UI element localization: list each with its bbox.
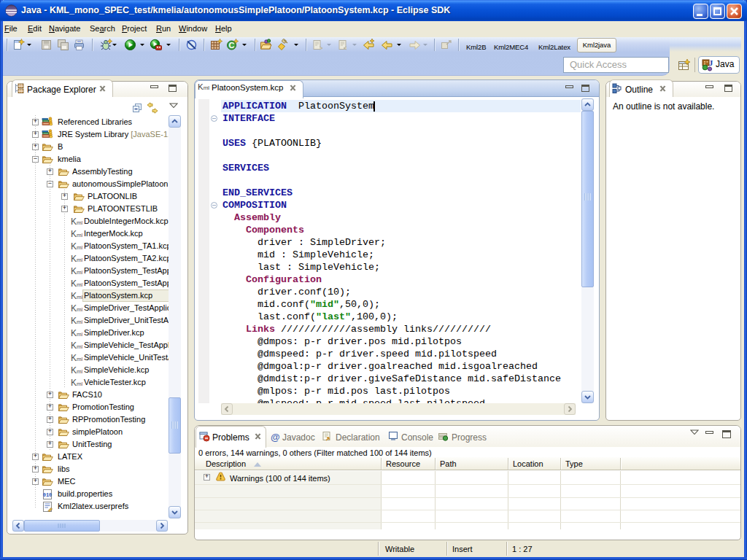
svg-text:Kml: Kml bbox=[71, 266, 82, 276]
svg-text:J: J bbox=[709, 58, 713, 67]
svg-text:Kml: Kml bbox=[71, 316, 82, 326]
svg-text:Kml: Kml bbox=[71, 217, 82, 227]
svg-text:Kml: Kml bbox=[71, 241, 82, 252]
svg-text:Kml: Kml bbox=[71, 303, 82, 314]
svg-text:Kml: Kml bbox=[71, 378, 82, 388]
svg-text:Kml: Kml bbox=[71, 254, 82, 264]
svg-text:Kml: Kml bbox=[71, 291, 82, 301]
svg-text:Kml: Kml bbox=[71, 279, 82, 289]
svg-text:Kml: Kml bbox=[71, 341, 82, 351]
svg-text:C: C bbox=[229, 41, 235, 50]
svg-text:Kml: Kml bbox=[71, 229, 82, 239]
svg-text:Kml: Kml bbox=[71, 365, 82, 376]
svg-text:010: 010 bbox=[43, 492, 53, 498]
svg-text:Kml: Kml bbox=[71, 328, 82, 338]
svg-text:Kml: Kml bbox=[71, 353, 82, 363]
